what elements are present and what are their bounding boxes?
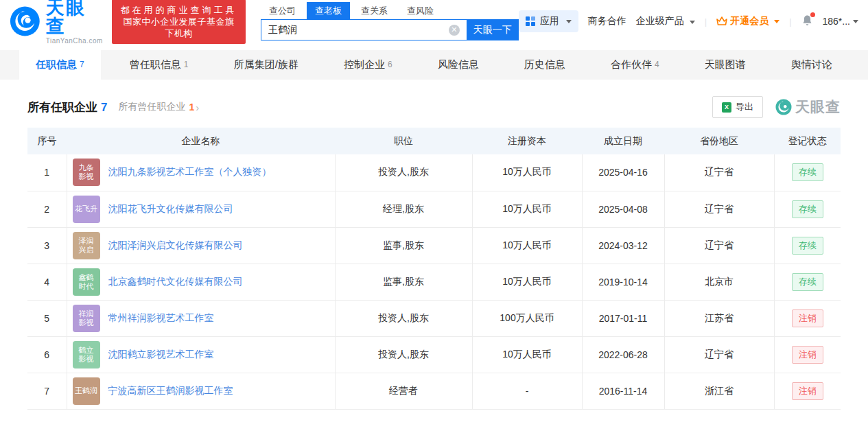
- company-link[interactable]: 沈阳九条影视艺术工作室（个人独资）: [108, 166, 272, 178]
- former-positions-count: 1: [189, 102, 194, 113]
- watermark-text: 天眼查: [795, 97, 841, 117]
- clear-search-icon[interactable]: ✕: [449, 25, 460, 36]
- search-tab[interactable]: 查风险: [399, 2, 442, 19]
- status-badge: 存续: [792, 273, 823, 291]
- detail-tab-count: 4: [655, 60, 659, 69]
- status-cell: 存续: [774, 191, 841, 227]
- company-cell: 鹤立影视 沈阳鹤立影视艺术工作室: [67, 336, 335, 373]
- date-cell: 2024-03-12: [582, 227, 664, 264]
- date-cell: 2019-10-14: [582, 264, 664, 300]
- company-link[interactable]: 北京鑫鹤时代文化传媒有限公司: [108, 276, 243, 288]
- account-menu[interactable]: 186*...: [823, 16, 858, 27]
- table-row: 2 花飞升 沈阳花飞升文化传媒有限公司 经理,股东10万人民币2025-04-0…: [27, 191, 841, 227]
- date-cell: 2016-11-14: [582, 373, 664, 409]
- detail-tab-count: 1: [184, 60, 189, 69]
- status-cell: 注销: [774, 336, 841, 373]
- company-link[interactable]: 沈阳泽润兴启文化传媒有限公司: [108, 239, 243, 252]
- table-row: 6 鹤立影视 沈阳鹤立影视艺术工作室 投资人,股东10万人民币2022-06-2…: [27, 336, 841, 373]
- enterprise-products-link[interactable]: 企业级产品: [636, 15, 695, 27]
- business-cooperation-link[interactable]: 商务合作: [588, 15, 626, 27]
- region-cell: 辽宁省: [664, 154, 774, 191]
- company-cell: 鑫鹤时代 北京鑫鹤时代文化传媒有限公司: [67, 264, 335, 300]
- row-number: 5: [27, 300, 67, 336]
- company-logo-text: 泽润: [79, 237, 94, 246]
- region-cell: 辽宁省: [664, 227, 774, 264]
- company-logo-text: 祥润: [79, 309, 94, 318]
- company-link[interactable]: 沈阳花飞升文化传媒有限公司: [108, 203, 233, 215]
- section-title: 所有任职企业7: [27, 100, 107, 115]
- table-row: 3 泽润兴启 沈阳泽润兴启文化传媒有限公司 监事,股东10万人民币2024-03…: [27, 227, 841, 264]
- search-button[interactable]: 天眼一下: [467, 19, 519, 40]
- table-row: 1 九条影视 沈阳九条影视艺术工作室（个人独资） 投资人,股东10万人民币202…: [27, 154, 841, 191]
- detail-tab[interactable]: 控制企业6: [327, 50, 409, 80]
- former-positions-link[interactable]: 所有曾任职企业 1 ›: [118, 101, 199, 113]
- search-tab[interactable]: 查关系: [353, 2, 396, 19]
- promo-banner-line1: 都在用的商业查询工具: [119, 4, 239, 16]
- company-link[interactable]: 沈阳鹤立影视艺术工作室: [108, 349, 214, 361]
- detail-tab[interactable]: 曾任职信息1: [113, 50, 205, 80]
- company-link[interactable]: 常州祥润影视艺术工作室: [108, 312, 214, 325]
- status-badge: 注销: [792, 346, 823, 364]
- capital-cell: 10万人民币: [472, 264, 582, 300]
- detail-tab[interactable]: 任职信息7: [19, 50, 101, 80]
- tianyancha-logo[interactable]: 天眼查 TianYanCha.com: [10, 0, 104, 45]
- region-cell: 辽宁省: [664, 336, 774, 373]
- company-logo-text: 九条: [79, 163, 94, 172]
- chevron-down-icon: [774, 20, 779, 23]
- company-logo-text: 影视: [79, 355, 94, 364]
- table-row: 5 祥润影视 常州祥润影视艺术工作室 投资人,股东100万人民币2017-01-…: [27, 300, 841, 336]
- detail-tab-count: 6: [388, 60, 392, 69]
- detail-tab[interactable]: 历史信息: [508, 50, 582, 80]
- table-body: 1 九条影视 沈阳九条影视艺术工作室（个人独资） 投资人,股东10万人民币202…: [27, 154, 841, 409]
- company-logo-text: 花飞升: [75, 204, 97, 213]
- row-number: 2: [27, 191, 67, 227]
- detail-tab-count: 7: [80, 60, 84, 69]
- export-button[interactable]: X 导出: [712, 96, 763, 118]
- status-cell: 存续: [774, 154, 841, 191]
- company-link[interactable]: 宁波高新区王鹤润影视工作室: [108, 385, 233, 397]
- company-logo-text: 鹤立: [79, 346, 94, 355]
- watermark-logo-icon: [775, 99, 792, 115]
- column-header: 职位: [335, 128, 472, 154]
- column-header: 注册资本: [472, 128, 582, 154]
- logo-domain-text: TianYanCha.com: [46, 38, 104, 45]
- detail-tab-bar: 任职信息7曾任职信息1所属集团/族群控制企业6风险信息历史信息合作伙伴4天眼图谱…: [0, 50, 868, 80]
- company-logo: 鑫鹤时代: [73, 268, 100, 296]
- search-input-box: ✕: [261, 19, 467, 40]
- vip-label: 开通会员: [730, 15, 769, 27]
- chevron-right-icon: ›: [196, 102, 199, 113]
- apps-menu[interactable]: 应用: [519, 10, 578, 32]
- column-header: 企业名称: [67, 128, 335, 154]
- excel-icon: X: [722, 102, 731, 113]
- detail-tab[interactable]: 风险信息: [421, 50, 495, 80]
- promo-banner: 都在用的商业查询工具 国家中小企业发展子基金旗下机构: [112, 0, 246, 44]
- notifications-button[interactable]: [801, 14, 813, 28]
- chevron-down-icon: [853, 20, 858, 23]
- capital-cell: 100万人民币: [472, 300, 582, 336]
- divider: |: [705, 16, 707, 27]
- column-header: 登记状态: [774, 128, 841, 154]
- detail-tab-label: 天眼图谱: [705, 58, 746, 71]
- search-input[interactable]: [268, 25, 449, 36]
- detail-tab[interactable]: 舆情讨论: [775, 50, 849, 80]
- detail-tab[interactable]: 合作伙伴4: [594, 50, 676, 80]
- detail-tab[interactable]: 所属集团/族群: [218, 50, 315, 80]
- positions-table: 序号企业名称职位注册资本成立日期省份地区登记状态 1 九条影视 沈阳九条影视艺术…: [27, 128, 841, 410]
- detail-tab-label: 合作伙伴: [611, 58, 652, 71]
- detail-tab[interactable]: 天眼图谱: [688, 50, 762, 80]
- company-cell: 王鹤润 宁波高新区王鹤润影视工作室: [67, 373, 335, 409]
- status-badge: 注销: [792, 382, 823, 400]
- enterprise-products-label: 企业级产品: [636, 15, 684, 26]
- company-logo-text: 影视: [79, 318, 94, 327]
- crown-icon: [716, 16, 727, 26]
- section-title-count: 7: [101, 101, 107, 114]
- detail-tab-label: 所属集团/族群: [234, 58, 298, 71]
- column-header: 省份地区: [664, 128, 774, 154]
- account-phone-label: 186*...: [823, 16, 850, 27]
- company-logo: 九条影视: [73, 159, 100, 186]
- position-cell: 监事,股东: [335, 227, 472, 264]
- search-tab[interactable]: 查公司: [261, 2, 304, 19]
- status-badge: 存续: [792, 200, 823, 218]
- vip-upgrade-link[interactable]: 开通会员: [716, 15, 779, 27]
- search-tab[interactable]: 查老板: [307, 2, 350, 19]
